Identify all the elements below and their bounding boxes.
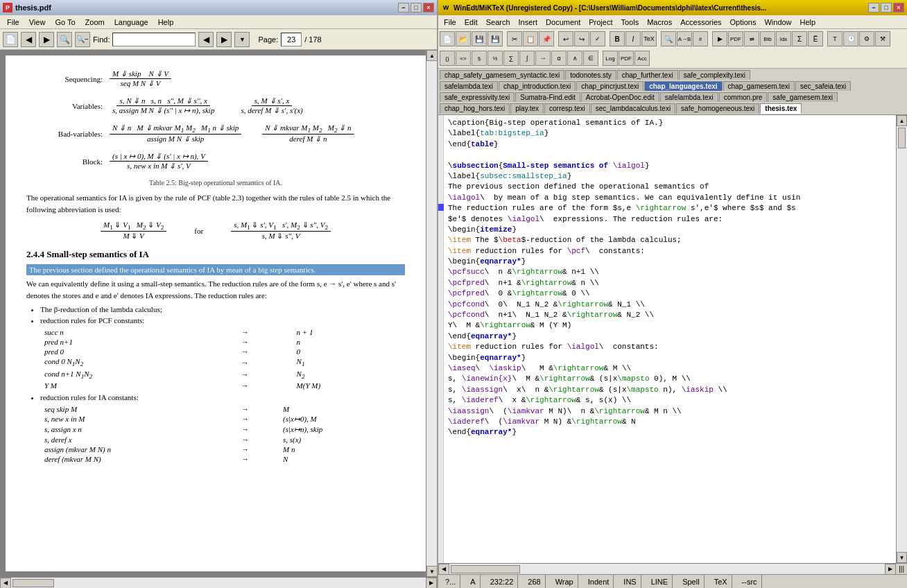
tag-btn[interactable]: <>: [456, 51, 471, 66]
tab-chap-safety[interactable]: chap_safety_gamesem_syntactic.texi: [440, 70, 564, 80]
tab-safe-homo[interactable]: safe_homogeneous.texi: [676, 103, 759, 114]
paste-btn[interactable]: 📌: [539, 31, 554, 46]
find-next-btn[interactable]: ▶: [216, 32, 232, 47]
spell-btn[interactable]: ✓: [590, 31, 605, 46]
pdf-scroll-right-btn[interactable]: ▶: [426, 578, 437, 589]
pdf-menu-file[interactable]: File: [3, 17, 24, 28]
tab-todonotes[interactable]: todonotes.sty: [565, 70, 616, 80]
sigma-btn[interactable]: Σ: [792, 31, 807, 46]
arrow-btn[interactable]: →: [535, 51, 551, 66]
tab-safelambda2[interactable]: safelambda.texi: [660, 92, 718, 102]
editor-menu-options[interactable]: Options: [726, 17, 761, 28]
pdf-menu-language[interactable]: Language: [110, 17, 153, 28]
find-options-btn[interactable]: ▼: [234, 32, 250, 47]
pdf-close-btn[interactable]: ×: [423, 3, 434, 12]
tab-chap-hog[interactable]: chap_hog_hors.texi: [440, 103, 510, 114]
tab-safe-gamesem[interactable]: safe_gamesem.texi: [768, 92, 838, 102]
logic-btn[interactable]: ∧: [567, 51, 582, 66]
pdf-open-btn[interactable]: 📄: [3, 32, 18, 47]
status-line[interactable]: LINE: [647, 575, 673, 588]
pdf-prev-btn[interactable]: ◀: [21, 32, 36, 47]
pdf-next-btn[interactable]: ▶: [39, 32, 54, 47]
tab-common[interactable]: common.pre: [719, 92, 768, 102]
editor-menu-insert[interactable]: Insert: [515, 17, 542, 28]
editor-menu-edit[interactable]: Edit: [460, 17, 482, 28]
editor-menu-file[interactable]: File: [440, 17, 460, 28]
makeindex-btn[interactable]: Idx: [776, 31, 791, 46]
editor-scroll-thumb[interactable]: [898, 128, 906, 148]
int-btn[interactable]: ∫: [519, 51, 535, 66]
compile-btn[interactable]: ▶: [712, 31, 727, 46]
status-spell[interactable]: Spell: [678, 575, 704, 588]
tab-thesis-tex[interactable]: thesis.tex: [760, 103, 802, 114]
acc-btn[interactable]: Acc: [634, 51, 650, 66]
pdf-zoom-out-btn[interactable]: 🔍−: [75, 32, 90, 47]
italic-btn[interactable]: I: [625, 31, 641, 46]
redo-btn[interactable]: ↪: [574, 31, 589, 46]
Ebar-btn[interactable]: Ë: [808, 31, 823, 46]
open-btn[interactable]: 📂: [456, 31, 471, 46]
pdf-menu-help[interactable]: Help: [154, 17, 178, 28]
pdf2-btn[interactable]: PDF: [619, 51, 634, 66]
editor-menu-project[interactable]: Project: [585, 17, 616, 28]
page-input[interactable]: [281, 33, 302, 46]
pdf-bottom-scrollbar[interactable]: ◀ ▶: [0, 577, 437, 588]
clock-btn[interactable]: 🕐: [843, 31, 858, 46]
editor-scroll-down-btn[interactable]: ▼: [897, 552, 907, 563]
editor-menu-accessories[interactable]: Accessories: [676, 17, 725, 28]
tab-chap-further[interactable]: chap_further.texi: [617, 70, 678, 80]
text-btn[interactable]: T: [827, 31, 843, 46]
editor-menu-macros[interactable]: Macros: [643, 17, 676, 28]
tab-chap-intro[interactable]: chap_introduction.texi: [499, 81, 576, 91]
set-btn[interactable]: ∈: [583, 51, 598, 66]
find-input[interactable]: [112, 33, 196, 46]
pdf-h-scroll-thumb[interactable]: [12, 579, 54, 587]
tab-safe-complexity[interactable]: safe_complexity.texi: [679, 70, 750, 80]
bibtex-btn[interactable]: Bib: [760, 31, 775, 46]
tab-safelambda[interactable]: safelambda.texi: [440, 81, 498, 91]
editor-menu-document[interactable]: Document: [542, 17, 585, 28]
editor-bottom-scrollbar[interactable]: ◀ ▶ |||: [438, 563, 907, 574]
code-editor[interactable]: \caption{Big-step operational semantics …: [444, 115, 896, 563]
editor-h-scroll-thumb[interactable]: [451, 565, 520, 573]
tex-btn[interactable]: TeX: [641, 31, 657, 46]
editor-scroll-up-btn[interactable]: ▲: [897, 115, 907, 126]
tab-sec-safeia[interactable]: sec_safeia.texi: [795, 81, 851, 91]
copy-btn[interactable]: 📋: [523, 31, 538, 46]
log-btn[interactable]: Log: [603, 51, 618, 66]
pdf-menu-goto[interactable]: Go To: [51, 17, 79, 28]
pdf-menu-zoom[interactable]: Zoom: [81, 17, 109, 28]
tab-sec-lambda[interactable]: sec_lambdacalculus.texi: [591, 103, 675, 114]
undo-btn[interactable]: ↩: [558, 31, 573, 46]
sync-btn[interactable]: ⇄: [744, 31, 759, 46]
scroll-up-btn[interactable]: ▲: [426, 50, 437, 61]
pdf-maximize-btn[interactable]: □: [411, 3, 422, 12]
editor-menu-search[interactable]: Search: [482, 17, 515, 28]
find-prev-btn[interactable]: ◀: [198, 32, 214, 47]
replace-btn[interactable]: A→B: [677, 31, 692, 46]
sum-btn[interactable]: ∑: [503, 51, 519, 66]
editor-menu-tools[interactable]: Tools: [616, 17, 643, 28]
cut-btn[interactable]: ✂: [507, 31, 522, 46]
tab-acrobat[interactable]: Acrobat-OpenDoc.edit: [581, 92, 659, 102]
status-indent[interactable]: Indent: [584, 575, 614, 588]
greek-btn[interactable]: α: [551, 51, 567, 66]
search-btn[interactable]: 🔍: [661, 31, 676, 46]
goto-btn[interactable]: #: [693, 31, 708, 46]
editor-scroll-right-btn[interactable]: ▶: [885, 564, 896, 575]
editor-scroll-left-btn[interactable]: ◀: [438, 564, 449, 575]
editor-menu-help[interactable]: Help: [796, 17, 820, 28]
tool2-btn[interactable]: ⚒: [875, 31, 890, 46]
bold-btn[interactable]: B: [610, 31, 625, 46]
pdf-scroll-left-btn[interactable]: ◀: [0, 578, 11, 589]
tab-chap-languages[interactable]: chap_languages.texi: [644, 81, 722, 91]
tab-corresp[interactable]: corresp.texi: [544, 103, 590, 114]
editor-scrollbar[interactable]: ▲ ▼: [896, 115, 907, 563]
tab-safe-expr[interactable]: safe_expressivity.texi: [440, 92, 515, 102]
tab-chap-pincr[interactable]: chap_pincrjust.texi: [576, 81, 643, 91]
pdf-scrollbar[interactable]: ▲ ▼: [426, 50, 437, 577]
pdf-view-btn[interactable]: PDF: [728, 31, 743, 46]
pdf-minimize-btn[interactable]: −: [398, 3, 409, 12]
tab-sumatra[interactable]: Sumatra-Find.edit: [515, 92, 580, 102]
editor-menu-window[interactable]: Window: [760, 17, 795, 28]
